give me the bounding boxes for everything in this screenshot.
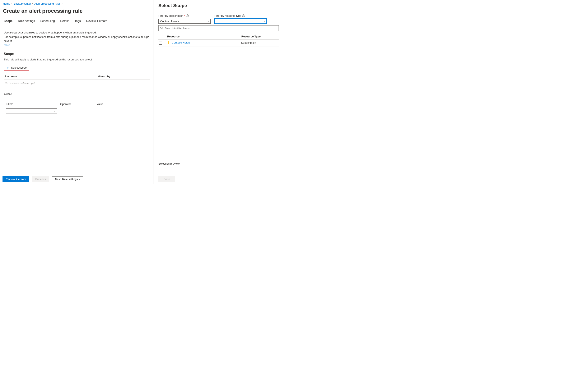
- info-icon[interactable]: i: [186, 14, 189, 17]
- subscription-value: Contoso Hotels: [160, 20, 179, 23]
- resource-type-value: Subscription: [239, 41, 279, 44]
- done-button[interactable]: Done: [158, 176, 175, 182]
- filter-field-dropdown[interactable]: ▾: [6, 108, 57, 114]
- breadcrumb-sep-icon: ›: [11, 2, 12, 5]
- scope-panel-title: Select Scope: [158, 3, 279, 8]
- scope-heading: Scope: [4, 52, 150, 56]
- resource-table-header: Resource Resource Type: [158, 34, 279, 40]
- scope-desc: This rule will apply to alerts that are …: [4, 58, 150, 61]
- filter-subscription-label: Filter by subscription * i: [158, 14, 211, 17]
- tabs: Scope Rule settings Scheduling Details T…: [0, 18, 154, 25]
- filter-resource-type-label: Filter by resource type i: [214, 14, 267, 17]
- intro-line2: For example, suppress notifications from…: [4, 35, 150, 43]
- resource-type-dropdown[interactable]: ▾: [214, 19, 267, 24]
- required-icon: *: [184, 14, 185, 17]
- filter-col-operator: Operator: [60, 102, 97, 106]
- filter-subscription-label-text: Filter by subscription: [158, 14, 183, 17]
- breadcrumb-sep-icon: ›: [32, 2, 33, 5]
- select-scope-label: Select scope: [11, 66, 27, 69]
- resource-name: Contoso Hotels: [172, 41, 190, 44]
- filter-col-value: Value: [97, 102, 148, 106]
- tab-tags[interactable]: Tags: [74, 18, 81, 25]
- scope-empty-row: No resource selected yet: [4, 79, 150, 87]
- search-box[interactable]: [158, 25, 279, 31]
- scope-col-resource: Resource: [4, 75, 98, 78]
- breadcrumb-sep-icon: ›: [62, 2, 63, 5]
- chevron-down-icon: ▾: [54, 110, 55, 112]
- filter-heading: Filter: [4, 92, 150, 96]
- learn-more-link[interactable]: more: [4, 43, 10, 47]
- info-icon[interactable]: i: [242, 14, 245, 17]
- chevron-down-icon: ▾: [264, 20, 265, 22]
- next-button[interactable]: Next: Rule settings >: [52, 176, 83, 182]
- resource-checkbox[interactable]: [159, 41, 162, 44]
- plus-icon: ＋: [6, 66, 10, 69]
- review-create-button[interactable]: Review + create: [2, 176, 29, 182]
- select-scope-button[interactable]: ＋ Select scope: [4, 65, 29, 71]
- breadcrumb-alert-rules[interactable]: Alert processing rules: [34, 2, 60, 5]
- resource-col-type: Resource Type: [239, 35, 279, 38]
- tab-rule-settings[interactable]: Rule settings: [18, 18, 35, 25]
- chevron-down-icon: ▾: [208, 20, 209, 22]
- breadcrumb-home[interactable]: Home: [3, 2, 10, 5]
- filter-resource-type-label-text: Filter by resource type: [214, 14, 241, 17]
- breadcrumb-backup-center[interactable]: Backup center: [14, 2, 31, 5]
- selection-preview-label: Selection preview: [154, 162, 283, 174]
- search-input[interactable]: [165, 27, 277, 30]
- resource-row[interactable]: Contoso Hotels Subscription: [158, 40, 279, 46]
- scope-col-hierarchy: Hierarchy: [98, 75, 150, 78]
- svg-line-1: [162, 28, 163, 29]
- resource-col-resource: Resource: [166, 35, 239, 38]
- filter-table: Filters Operator Value ▾: [4, 101, 150, 115]
- search-icon: [160, 27, 163, 30]
- subscription-dropdown[interactable]: Contoso Hotels ▾: [158, 19, 211, 24]
- tab-review[interactable]: Review + create: [86, 18, 107, 25]
- svg-rect-4: [168, 43, 169, 44]
- filter-col-filters: Filters: [6, 102, 60, 106]
- scope-table: Resource Hierarchy No resource selected …: [4, 75, 150, 87]
- tab-scheduling[interactable]: Scheduling: [40, 18, 55, 25]
- svg-point-0: [160, 27, 162, 29]
- page-title: Create an alert processing rule: [0, 6, 154, 18]
- intro-line1: Use alert processing rules to decide wha…: [4, 31, 150, 35]
- tab-details[interactable]: Details: [60, 18, 69, 25]
- tab-scope[interactable]: Scope: [4, 18, 12, 25]
- previous-button[interactable]: Previous: [32, 176, 49, 182]
- resource-link[interactable]: Contoso Hotels: [167, 41, 190, 44]
- wizard-footer: Review + create Previous Next: Rule sett…: [0, 174, 154, 184]
- key-icon: [167, 41, 170, 44]
- breadcrumb: Home › Backup center › Alert processing …: [0, 0, 154, 6]
